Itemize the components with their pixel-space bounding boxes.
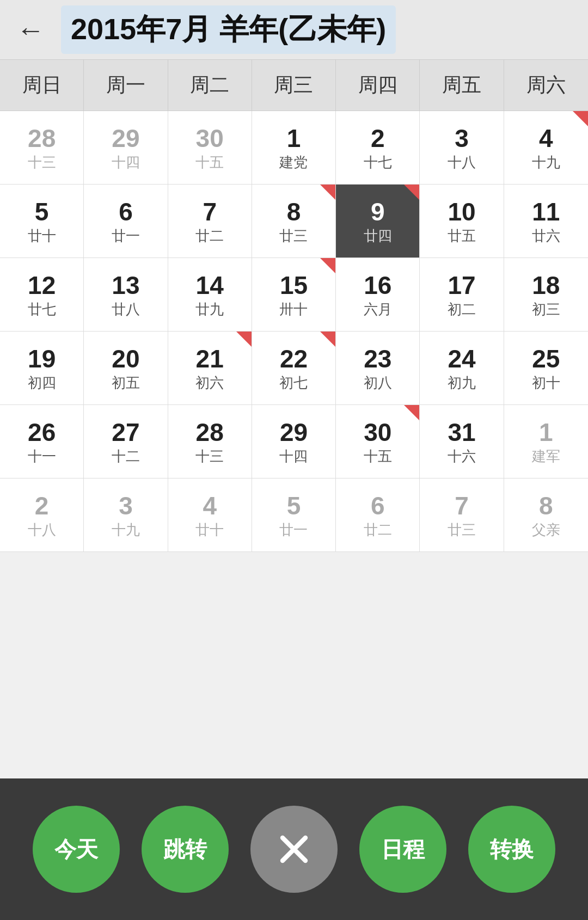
day-cell[interactable]: 3十九 — [84, 479, 168, 552]
day-cell[interactable]: 7廿三 — [420, 479, 504, 552]
day-cell[interactable]: 8廿三 — [252, 185, 336, 258]
weekday-label: 周四 — [336, 60, 420, 111]
day-cell[interactable]: 31十六 — [420, 405, 504, 479]
day-cell[interactable]: 13廿八 — [84, 258, 168, 332]
day-cell[interactable]: 1建党 — [252, 111, 336, 185]
day-lunar: 初二 — [448, 300, 476, 319]
day-number: 18 — [532, 271, 560, 300]
day-cell[interactable]: 5廿十 — [0, 185, 84, 258]
day-cell[interactable]: 26十一 — [0, 405, 84, 479]
event-indicator — [573, 111, 588, 126]
event-indicator — [320, 332, 335, 347]
day-cell[interactable]: 24初九 — [420, 332, 504, 405]
day-cell[interactable]: 12廿七 — [0, 258, 84, 332]
day-lunar: 廿一 — [112, 227, 140, 246]
day-number: 6 — [119, 197, 133, 227]
day-cell[interactable]: 16六月 — [336, 258, 420, 332]
day-lunar: 廿二 — [195, 227, 224, 246]
day-number: 1 — [539, 418, 553, 447]
weekday-label: 周二 — [168, 60, 252, 111]
day-lunar: 卅十 — [279, 300, 308, 319]
day-cell[interactable]: 27十二 — [84, 405, 168, 479]
day-cell[interactable]: 11廿六 — [504, 185, 588, 258]
day-cell[interactable]: 6廿一 — [84, 185, 168, 258]
day-lunar: 廿三 — [279, 227, 308, 246]
day-lunar: 十九 — [532, 154, 560, 172]
day-cell[interactable]: 2十八 — [0, 479, 84, 552]
day-number: 8 — [539, 491, 553, 521]
day-number: 22 — [280, 344, 308, 374]
day-lunar: 十四 — [279, 447, 308, 466]
event-indicator — [320, 185, 335, 200]
day-number: 13 — [112, 271, 139, 300]
day-cell[interactable]: 19初四 — [0, 332, 84, 405]
day-number: 19 — [28, 344, 56, 374]
schedule-button[interactable]: 日程 — [359, 806, 446, 893]
day-cell[interactable]: 29十四 — [252, 405, 336, 479]
day-lunar: 廿五 — [448, 227, 476, 246]
day-cell[interactable]: 29十四 — [84, 111, 168, 185]
day-lunar: 廿三 — [448, 521, 476, 539]
day-number: 5 — [35, 197, 49, 227]
day-lunar: 父亲 — [532, 521, 560, 539]
day-cell[interactable]: 6廿二 — [336, 479, 420, 552]
convert-button[interactable]: 转换 — [468, 806, 555, 893]
weekday-label: 周一 — [84, 60, 168, 111]
day-lunar: 初五 — [112, 374, 140, 392]
day-cell[interactable]: 1建军 — [504, 405, 588, 479]
day-cell[interactable]: 18初三 — [504, 258, 588, 332]
event-indicator — [236, 332, 252, 347]
day-number: 21 — [196, 344, 224, 374]
weekday-label: 周六 — [504, 60, 588, 111]
day-lunar: 廿一 — [279, 521, 308, 539]
close-button[interactable] — [250, 806, 338, 893]
day-number: 10 — [448, 197, 475, 227]
day-lunar: 初三 — [532, 300, 560, 319]
day-cell[interactable]: 30十五 — [168, 111, 252, 185]
day-number: 11 — [532, 197, 560, 227]
day-lunar: 十五 — [364, 447, 392, 466]
day-number: 16 — [364, 271, 391, 300]
close-icon — [275, 830, 313, 868]
day-number: 15 — [280, 271, 308, 300]
today-button[interactable]: 今天 — [33, 806, 120, 893]
day-number: 2 — [371, 124, 385, 154]
header: ← 2015年7月 羊年(乙未年) — [0, 0, 588, 60]
jump-button[interactable]: 跳转 — [142, 806, 229, 893]
day-cell[interactable]: 30十五 — [336, 405, 420, 479]
day-cell[interactable]: 21初六 — [168, 332, 252, 405]
day-cell[interactable]: 28十三 — [168, 405, 252, 479]
day-cell[interactable]: 20初五 — [84, 332, 168, 405]
day-cell[interactable]: 14廿九 — [168, 258, 252, 332]
weekday-header: 周日周一周二周三周四周五周六 — [0, 60, 588, 111]
day-cell[interactable]: 2十七 — [336, 111, 420, 185]
day-number: 17 — [448, 271, 475, 300]
event-indicator — [320, 258, 335, 273]
day-number: 26 — [28, 418, 56, 447]
back-button[interactable]: ← — [16, 16, 45, 44]
day-cell[interactable]: 4廿十 — [168, 479, 252, 552]
day-cell[interactable]: 5廿一 — [252, 479, 336, 552]
weekday-label: 周五 — [420, 60, 504, 111]
day-cell[interactable]: 8父亲 — [504, 479, 588, 552]
day-lunar: 十三 — [195, 447, 224, 466]
day-number: 7 — [203, 197, 217, 227]
day-lunar: 十二 — [112, 447, 140, 466]
day-cell[interactable]: 28十三 — [0, 111, 84, 185]
day-cell[interactable]: 4十九 — [504, 111, 588, 185]
day-cell[interactable]: 23初八 — [336, 332, 420, 405]
day-lunar: 廿八 — [112, 300, 140, 319]
calendar-grid: 28十三29十四30十五1建党2十七3十八4十九5廿十6廿一7廿二8廿三9廿四1… — [0, 111, 588, 552]
day-lunar: 初十 — [532, 374, 560, 392]
day-cell[interactable]: 22初七 — [252, 332, 336, 405]
day-cell[interactable]: 25初十 — [504, 332, 588, 405]
event-indicator — [404, 405, 419, 420]
day-lunar: 廿九 — [195, 300, 224, 319]
day-cell[interactable]: 7廿二 — [168, 185, 252, 258]
day-cell[interactable]: 15卅十 — [252, 258, 336, 332]
day-cell[interactable]: 3十八 — [420, 111, 504, 185]
day-cell[interactable]: 10廿五 — [420, 185, 504, 258]
day-number: 6 — [371, 491, 385, 521]
day-cell[interactable]: 9廿四 — [336, 185, 420, 258]
day-cell[interactable]: 17初二 — [420, 258, 504, 332]
